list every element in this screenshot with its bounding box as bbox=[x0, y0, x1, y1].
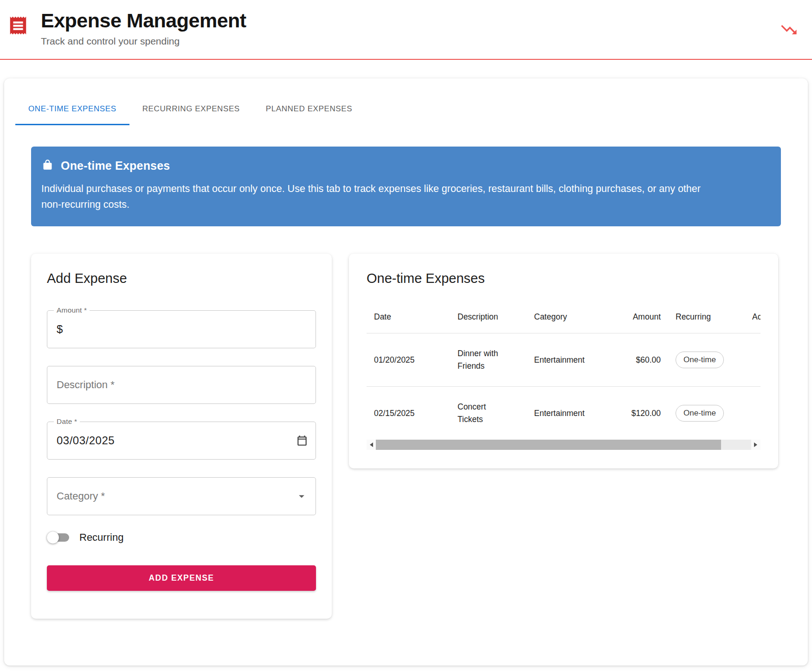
tab-one-time-expenses[interactable]: ONE-TIME EXPENSES bbox=[15, 95, 129, 125]
form-title: Add Expense bbox=[47, 270, 316, 286]
col-header-amount: Amount bbox=[603, 300, 668, 333]
cell-actions bbox=[745, 333, 760, 387]
info-banner-description: Individual purchases or payments that oc… bbox=[41, 181, 705, 212]
scroll-right-icon bbox=[754, 442, 760, 447]
one-time-chip: One-time bbox=[676, 352, 724, 368]
cell-amount: $120.00 bbox=[603, 387, 668, 440]
cell-description: Concert Tickets bbox=[450, 387, 527, 440]
cell-amount: $60.00 bbox=[603, 333, 668, 387]
scroll-right-button[interactable] bbox=[751, 440, 760, 450]
col-header-actions: Actions bbox=[745, 300, 760, 333]
one-time-expenses-card: One-time Expenses Date Description Categ… bbox=[349, 254, 778, 468]
expenses-table: Date Description Category Amount Recurri… bbox=[367, 300, 760, 440]
currency-adornment: $ bbox=[57, 323, 63, 336]
expenses-table-container[interactable]: Date Description Category Amount Recurri… bbox=[367, 300, 760, 440]
recurring-label: Recurring bbox=[79, 531, 123, 544]
tab-recurring-expenses[interactable]: RECURRING EXPENSES bbox=[129, 95, 253, 125]
cell-category: Entertainment bbox=[527, 333, 603, 387]
table-row: 01/20/2025 Dinner with Friends Entertain… bbox=[367, 333, 760, 387]
cell-description: Dinner with Friends bbox=[450, 333, 527, 387]
col-header-date: Date bbox=[367, 300, 450, 333]
cell-category: Entertainment bbox=[527, 387, 603, 440]
date-value: 03/03/2025 bbox=[57, 434, 115, 447]
add-expense-card: Add Expense Amount * $ Description * Dat… bbox=[31, 254, 332, 619]
receipt-icon bbox=[7, 15, 29, 47]
date-label: Date * bbox=[54, 417, 80, 426]
content-row: Add Expense Amount * $ Description * Dat… bbox=[31, 254, 781, 619]
app-header: Expense Management Track and control you… bbox=[0, 0, 812, 47]
add-expense-button[interactable]: ADD EXPENSE bbox=[47, 565, 316, 591]
header-divider bbox=[0, 59, 812, 60]
scrollbar-thumb[interactable] bbox=[376, 440, 721, 450]
info-banner-header: One-time Expenses bbox=[41, 159, 760, 173]
scroll-left-button[interactable] bbox=[367, 440, 376, 450]
table-row: 02/15/2025 Concert Tickets Entertainment… bbox=[367, 387, 760, 440]
cell-actions bbox=[745, 387, 760, 440]
recurring-toggle-row: Recurring bbox=[47, 531, 316, 544]
info-banner-title: One-time Expenses bbox=[61, 159, 170, 173]
cell-recurring: One-time bbox=[668, 333, 745, 387]
main-card: ONE-TIME EXPENSES RECURRING EXPENSES PLA… bbox=[4, 78, 808, 666]
cell-recurring: One-time bbox=[668, 387, 745, 440]
scrollbar-track[interactable] bbox=[376, 440, 751, 450]
col-header-category: Category bbox=[527, 300, 603, 333]
recurring-switch[interactable] bbox=[47, 531, 71, 544]
amount-field[interactable]: Amount * $ bbox=[47, 310, 316, 348]
switch-thumb bbox=[47, 531, 59, 544]
category-label: Category * bbox=[57, 490, 105, 502]
calendar-icon[interactable] bbox=[296, 435, 308, 447]
description-label: Description * bbox=[57, 379, 115, 391]
col-header-description: Description bbox=[450, 300, 527, 333]
description-field[interactable]: Description * bbox=[47, 366, 316, 404]
cell-date: 02/15/2025 bbox=[367, 387, 450, 440]
page-subtitle: Track and control your spending bbox=[41, 36, 246, 47]
one-time-chip: One-time bbox=[676, 405, 724, 422]
trending-down-icon bbox=[780, 20, 798, 41]
category-select[interactable]: Category * bbox=[47, 477, 316, 515]
expense-tabs: ONE-TIME EXPENSES RECURRING EXPENSES PLA… bbox=[4, 78, 808, 125]
table-header-row: Date Description Category Amount Recurri… bbox=[367, 300, 760, 333]
dropdown-arrow-icon bbox=[295, 490, 308, 503]
header-text: Expense Management Track and control you… bbox=[41, 8, 246, 47]
table-title: One-time Expenses bbox=[367, 270, 760, 286]
col-header-recurring: Recurring bbox=[668, 300, 745, 333]
scroll-left-icon bbox=[367, 442, 373, 447]
shopping-bag-icon bbox=[41, 159, 54, 173]
tab-planned-expenses[interactable]: PLANNED EXPENSES bbox=[253, 95, 365, 125]
horizontal-scrollbar bbox=[367, 440, 760, 450]
page-title: Expense Management bbox=[41, 8, 246, 32]
amount-label: Amount * bbox=[54, 306, 90, 314]
info-banner: One-time Expenses Individual purchases o… bbox=[31, 147, 781, 226]
date-field[interactable]: Date * 03/03/2025 bbox=[47, 422, 316, 460]
cell-date: 01/20/2025 bbox=[367, 333, 450, 387]
